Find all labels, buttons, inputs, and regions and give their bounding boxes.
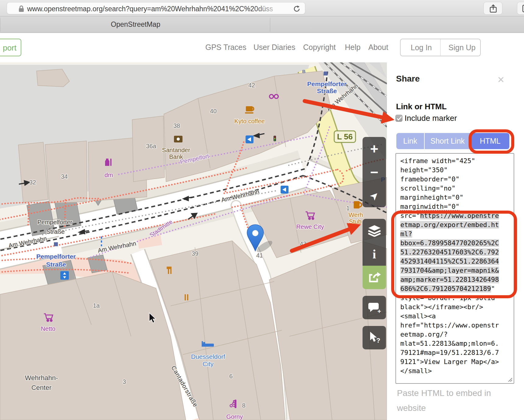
share-page-button[interactable]	[483, 2, 502, 15]
svg-text:43: 43	[300, 240, 306, 247]
svg-text:?: ?	[376, 337, 380, 344]
share-panel-title: Share	[396, 74, 420, 84]
code-before: <iframe width="425" height="350" framebo…	[400, 157, 475, 201]
auth-buttons: Log In Sign Up	[400, 39, 481, 56]
svg-text:6: 6	[229, 373, 232, 380]
link-or-html-heading: Link or HTML	[396, 102, 447, 111]
cafe-icon	[245, 106, 254, 114]
share-icon	[368, 272, 381, 283]
nav-help[interactable]: Help	[345, 43, 360, 52]
locate-button[interactable]: ➤	[363, 184, 386, 207]
svg-text:Pempelforter: Pempelforter	[36, 253, 76, 260]
svg-text:Straße: Straße	[46, 261, 66, 268]
lock-icon	[18, 5, 25, 12]
paste-html-hint: Paste HTML to embed in website	[397, 386, 491, 415]
svg-text:38: 38	[173, 122, 180, 129]
svg-text:Wehrhahn-: Wehrhahn-	[25, 374, 58, 382]
svg-text:1a: 1a	[93, 302, 100, 309]
svg-text:Duesseldorf: Duesseldorf	[191, 353, 225, 360]
layers-button[interactable]	[363, 219, 386, 242]
tab-html[interactable]: HTML	[471, 133, 509, 149]
textarea-resize-grip[interactable]	[508, 377, 512, 382]
browser-tab-bar: OpenStreetMap	[0, 16, 524, 33]
svg-text:42: 42	[248, 82, 255, 89]
svg-text:Pempelforter: Pempelforter	[307, 80, 347, 87]
svg-text:L 56: L 56	[337, 132, 353, 141]
svg-text:Pempelforter: Pempelforter	[37, 219, 73, 226]
svg-text:Kyto coffee: Kyto coffee	[234, 118, 265, 124]
nav-about[interactable]: About	[368, 43, 388, 52]
map-info-button[interactable]: i	[363, 242, 386, 266]
svg-text:City: City	[203, 360, 214, 367]
svg-text:Straße: Straße	[46, 228, 65, 235]
include-marker-label: Include marker	[405, 114, 457, 123]
svg-text:1: 1	[346, 205, 349, 212]
svg-text:3: 3	[122, 378, 126, 385]
tab-link[interactable]: Link	[396, 133, 424, 149]
url-fade	[254, 3, 290, 14]
reload-icon[interactable]	[293, 5, 301, 13]
embed-code-textarea[interactable]: <iframe width="425" height="350" framebo…	[395, 153, 514, 384]
svg-text:Netto: Netto	[41, 325, 55, 332]
nav-user-diaries[interactable]: User Diaries	[253, 43, 296, 52]
map-svg[interactable]: Pempelforter Straße Am Wehrhahn 42 40 Ky…	[0, 62, 387, 420]
browser-tab-title[interactable]: OpenStreetMap	[79, 20, 192, 29]
note-icon: +	[368, 302, 381, 314]
url-text: www.openstreetmap.org/search?query=am%20…	[27, 5, 286, 13]
tram-stop-icon-2	[324, 72, 328, 75]
bank-icon	[174, 136, 182, 142]
add-note-button[interactable]: +	[363, 296, 386, 319]
signup-button[interactable]: Sign Up	[448, 43, 476, 52]
svg-text:Santander: Santander	[162, 147, 190, 153]
svg-text:40: 40	[210, 108, 217, 114]
road-ref-badge: L 56	[334, 131, 356, 142]
chemist-icon	[105, 159, 112, 166]
query-icon: ?	[368, 331, 381, 345]
close-icon[interactable]: ✕	[497, 75, 505, 85]
svg-text:39: 39	[192, 250, 198, 257]
tram-stop-icon	[54, 242, 58, 246]
login-button[interactable]: Log In	[411, 43, 432, 52]
minus-icon: −	[370, 165, 378, 179]
share-panel: Share ✕ Link or HTML Include marker Link…	[387, 62, 524, 420]
elevator-icon	[60, 271, 69, 280]
svg-text:Center: Center	[31, 384, 51, 391]
svg-text:34: 34	[61, 173, 68, 180]
export-button[interactable]: port	[0, 39, 21, 56]
svg-text:dm: dm	[104, 172, 113, 178]
svg-text:Gorny: Gorny	[226, 413, 243, 420]
code-selected-url: https://www.openstre etmap.org/export/em…	[400, 212, 499, 292]
layers-icon	[368, 225, 381, 237]
code-misspelled: marginwidth="0"	[400, 203, 459, 210]
svg-text:+: +	[377, 308, 381, 314]
svg-text:8: 8	[242, 402, 245, 409]
svg-text:41: 41	[256, 252, 263, 259]
nav-copyright[interactable]: Copyright	[303, 43, 336, 52]
osm-header: port GPS Traces User Diaries Copyright H…	[0, 33, 524, 62]
traffic-signal-icon	[274, 136, 276, 141]
tabs-button[interactable]	[517, 2, 524, 15]
browser-toolbar: www.openstreetmap.org/search?query=am%20…	[0, 0, 524, 16]
code-after: " style="border: 1px solid black"></ifra…	[400, 285, 499, 375]
share-map-button[interactable]	[363, 266, 386, 289]
svg-text:B: B	[302, 69, 306, 74]
url-bar[interactable]: www.openstreetmap.org/search?query=am%20…	[7, 2, 305, 14]
tab-short-link[interactable]: Short Link	[425, 133, 470, 149]
svg-text:Stub: Stub	[349, 218, 361, 225]
code-src-attr: src="	[400, 212, 420, 219]
zoom-out-button[interactable]: −	[363, 160, 386, 184]
svg-text:36a: 36a	[146, 143, 156, 149]
zoom-in-button[interactable]: +	[363, 137, 386, 160]
plus-icon: +	[370, 142, 378, 156]
include-marker-checkbox[interactable]	[395, 115, 402, 122]
svg-text:Rewe City: Rewe City	[296, 223, 324, 230]
map-canvas[interactable]: Pempelforter Straße Am Wehrhahn 42 40 Ky…	[0, 62, 387, 420]
screenshot-root: www.openstreetmap.org/search?query=am%20…	[0, 0, 524, 420]
svg-text:Straße: Straße	[317, 87, 337, 94]
svg-text:32: 32	[29, 179, 36, 186]
info-icon: i	[373, 248, 376, 261]
svg-text:Werh: Werh	[349, 212, 363, 218]
query-features-button[interactable]: ?	[363, 326, 386, 349]
locate-icon: ➤	[367, 188, 381, 203]
nav-gps-traces[interactable]: GPS Traces	[205, 43, 246, 52]
